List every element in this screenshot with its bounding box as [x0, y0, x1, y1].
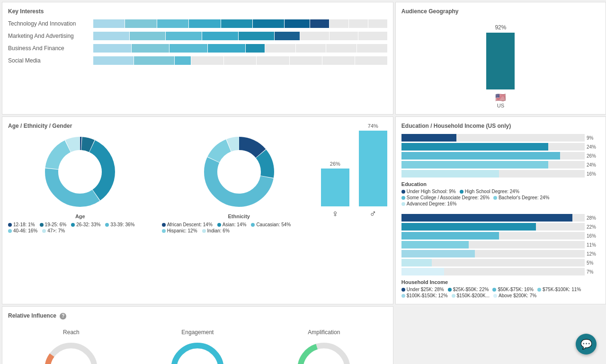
- legend-text: 33-39: 36%: [110, 222, 134, 227]
- bar-segment: [189, 19, 220, 28]
- edu-bar-row: 24%: [401, 161, 600, 169]
- bar-row: Social Media: [8, 56, 387, 65]
- engagement-gauge: Engagement100%: [167, 329, 228, 364]
- gender-bars: 26% ♀ 74% ♂: [321, 134, 387, 219]
- income-legend-item: Under $25K: 28%: [401, 287, 444, 292]
- income-legend-item: $75K-$100K: 11%: [537, 287, 581, 292]
- geo-bar-area: 92% 🇺🇸 US: [401, 19, 600, 108]
- income-bars-section: 28%22%16%11%12%5%7%: [401, 214, 600, 275]
- edu-bar-row: 26%: [401, 152, 600, 160]
- legend-text: 40-46: 16%: [13, 228, 37, 233]
- edu-bar-fill: [401, 143, 548, 151]
- female-icon: ♀: [331, 208, 339, 219]
- bar-segment: [125, 19, 156, 28]
- bar-label: Marketing And Advertising: [8, 33, 93, 39]
- legend-text: Under $25K: 28%: [407, 287, 444, 292]
- svg-point-11: [47, 346, 95, 364]
- income-bar-fill: [401, 223, 536, 231]
- edu-bar-bg: [401, 143, 585, 151]
- edu-label: Education: [401, 181, 600, 187]
- legend-dot: [448, 288, 452, 292]
- income-legend-item: $100K-$150K: 12%: [401, 293, 448, 298]
- bar-segment: [355, 56, 387, 65]
- bar-segment: [157, 19, 188, 28]
- legend-text: 47>: 7%: [47, 228, 65, 233]
- legend-dot: [401, 288, 405, 292]
- bar-segment: [191, 56, 223, 65]
- legend-text: $75K-$100K: 11%: [543, 287, 581, 292]
- legend-item: 26-32: 33%: [71, 222, 100, 227]
- income-legend: Under $25K: 28%$25K-$50K: 22%$50K-$75K: …: [401, 287, 600, 298]
- edu-income-title: Education / Household Income (US only): [401, 123, 600, 129]
- income-bar-bg: [401, 250, 585, 257]
- bar-segment: [290, 56, 322, 65]
- bar-segment: [349, 19, 368, 28]
- edu-pct-label: 9%: [587, 135, 600, 141]
- legend-item: Hispanic: 12%: [162, 228, 197, 233]
- bar-segment: [357, 44, 387, 53]
- income-bar-row: 28%: [401, 214, 600, 222]
- legend-dot: [8, 223, 12, 227]
- bar-segment: [246, 44, 265, 53]
- income-bar-bg: [401, 223, 585, 231]
- legend-dot: [452, 294, 455, 298]
- income-label: Household Income: [401, 279, 600, 285]
- legend-item: 12-18: 1%: [8, 222, 35, 227]
- audience-geo-panel: Audience Geography 92% 🇺🇸 US: [395, 2, 606, 115]
- edu-legend-item: Advanced Degree: 16%: [401, 201, 457, 206]
- legend-dot: [492, 288, 496, 292]
- bar-segment: [93, 44, 131, 53]
- geo-bar: [486, 33, 515, 89]
- legend-text: High School Degree: 24%: [465, 189, 519, 194]
- legend-text: $25K-$50K: 22%: [453, 287, 489, 292]
- bar-segment: [330, 19, 348, 28]
- legend-item: 19-25: 6%: [40, 222, 67, 227]
- legend-dot: [251, 223, 255, 227]
- bar-segment: [239, 32, 275, 40]
- legend-item: Caucasian: 54%: [251, 222, 291, 227]
- legend-text: 12-18: 1%: [13, 222, 35, 227]
- info-icon[interactable]: ?: [60, 313, 66, 320]
- edu-bar-bg: [401, 161, 585, 169]
- legend-dot: [8, 229, 12, 233]
- female-pct: 26%: [330, 161, 340, 167]
- bar-container: [93, 56, 387, 65]
- bar-segment: [169, 44, 207, 53]
- bar-segment: [368, 19, 387, 28]
- male-bar-wrap: 74% ♂: [359, 123, 387, 219]
- income-bar-row: 7%: [401, 268, 600, 275]
- income-pct-label: 16%: [587, 233, 600, 239]
- legend-dot: [401, 196, 405, 200]
- income-bar-fill: [401, 250, 475, 257]
- income-bar-row: 12%: [401, 250, 600, 257]
- legend-item: 33-39: 36%: [105, 222, 134, 227]
- eth-donut-wrap: Ethnicity African Descent: 14%Asian: 14%…: [162, 134, 316, 233]
- legend-item: 47>: 7%: [42, 228, 65, 233]
- chat-button[interactable]: 💬: [576, 334, 597, 355]
- legend-item: African Descent: 14%: [162, 222, 213, 227]
- income-bar-row: 11%: [401, 241, 600, 249]
- edu-pct-label: 26%: [587, 153, 600, 159]
- legend-dot: [401, 190, 405, 194]
- legend-text: Above $200K: 7%: [499, 293, 536, 298]
- bar-segment: [322, 56, 355, 65]
- bar-container: [93, 44, 387, 53]
- legend-dot: [401, 202, 405, 206]
- bar-segment: [300, 32, 329, 40]
- bar-segment: [253, 19, 284, 28]
- legend-dot: [493, 196, 497, 200]
- legend-dot: [71, 223, 75, 227]
- svg-point-15: [174, 346, 221, 364]
- bar-segment: [224, 56, 256, 65]
- income-bar-row: 22%: [401, 223, 600, 231]
- bar-segment: [330, 32, 358, 40]
- income-bar-bg: [401, 268, 585, 275]
- legend-dot: [105, 223, 109, 227]
- bar-segment: [285, 19, 310, 28]
- edu-pct-label: 16%: [587, 171, 600, 177]
- legend-item: Asian: 14%: [217, 222, 247, 227]
- legend-text: African Descent: 14%: [167, 222, 213, 227]
- geo-percentage: 92%: [495, 24, 506, 31]
- income-bar-fill: [401, 232, 499, 240]
- age-donut-svg: [42, 134, 118, 210]
